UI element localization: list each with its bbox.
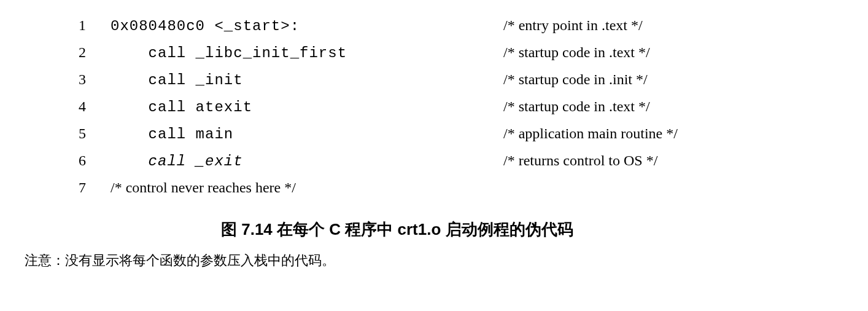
line-number: 2	[31, 39, 110, 65]
line-number: 7	[31, 175, 110, 200]
figure-note: 注意：没有显示将每个函数的参数压入栈中的代码。	[25, 251, 843, 270]
code-text: /* control never reaches here */	[110, 175, 503, 200]
code-comment: /* application main routine */	[503, 120, 678, 146]
code-text: 0x080480c0 <_start>:	[110, 14, 503, 39]
code-text: call main	[110, 122, 503, 148]
code-comment: /* startup code in .init */	[503, 66, 648, 92]
line-number: 5	[31, 120, 110, 146]
code-line: 4 call atexit /* startup code in .text *…	[31, 93, 843, 120]
code-line: 2 call _libc_init_first /* startup code …	[31, 39, 843, 66]
code-comment: /* startup code in .text */	[503, 93, 650, 119]
code-text: call _exit	[110, 149, 503, 175]
line-number: 4	[31, 93, 110, 119]
code-line: 5 call main /* application main routine …	[31, 120, 843, 148]
code-text: call _init	[110, 68, 503, 93]
figure-caption: 图 7.14 在每个 C 程序中 crt1.o 启动例程的伪代码	[221, 219, 843, 240]
code-text: call _libc_init_first	[110, 41, 503, 66]
line-number: 6	[31, 148, 110, 173]
code-line: 3 call _init /* startup code in .init */	[31, 66, 843, 93]
code-comment: /* entry point in .text */	[503, 12, 643, 38]
code-listing: 1 0x080480c0 <_start>: /* entry point in…	[31, 12, 843, 200]
code-line: 7 /* control never reaches here */	[31, 175, 843, 200]
line-number: 3	[31, 66, 110, 92]
code-line: 1 0x080480c0 <_start>: /* entry point in…	[31, 12, 843, 39]
code-text: call atexit	[110, 95, 503, 120]
code-comment: /* startup code in .text */	[503, 39, 650, 65]
line-number: 1	[31, 12, 110, 38]
code-line: 6 call _exit /* returns control to OS */	[31, 148, 843, 175]
code-comment: /* returns control to OS */	[503, 148, 657, 173]
